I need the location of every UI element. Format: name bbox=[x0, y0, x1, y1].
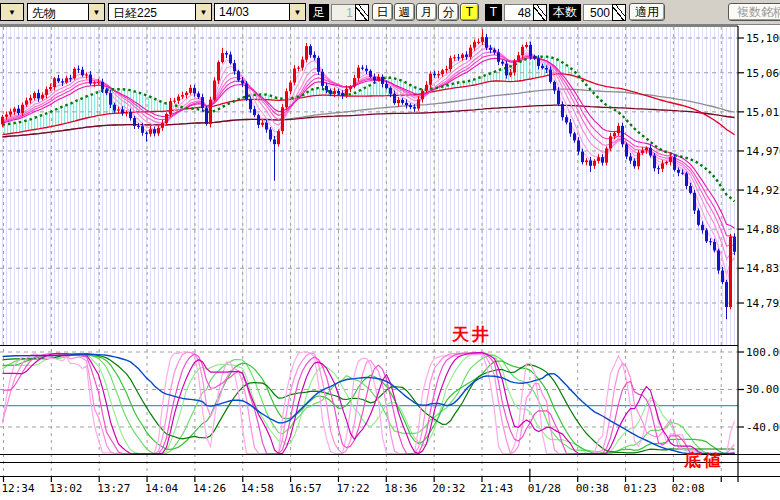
svg-text:14,835: 14,835 bbox=[746, 262, 780, 275]
svg-text:13:27: 13:27 bbox=[97, 482, 130, 495]
apply-button[interactable]: 適用 bbox=[629, 3, 665, 21]
period-month-button[interactable]: 月 bbox=[416, 3, 437, 21]
interval-value: 1 bbox=[331, 4, 355, 21]
market-select[interactable]: 先物 ▼ bbox=[27, 3, 105, 21]
market-select-value: 先物 bbox=[28, 4, 88, 20]
chevron-down-icon[interactable]: ▼ bbox=[1, 4, 23, 20]
period-week-button[interactable]: 週 bbox=[394, 3, 415, 21]
rci-oscillator-lines bbox=[3, 352, 735, 454]
price-axis-labels: 15,10015,06015,01514,97014,92514,88014,8… bbox=[746, 32, 780, 434]
svg-text:30.00: 30.00 bbox=[746, 383, 779, 396]
svg-text:13:02: 13:02 bbox=[49, 482, 82, 495]
toolbar: ▼ 先物 ▼ 日経225 ▼ 14/03 ▼ 足 1 日 週 月 分 T T 4… bbox=[0, 0, 780, 25]
symbol-select[interactable]: 日経225 ▼ bbox=[108, 3, 212, 21]
tick-size-chip: T bbox=[485, 4, 502, 21]
tick-size-stepper[interactable]: 48 bbox=[504, 4, 547, 21]
svg-text:01:23: 01:23 bbox=[624, 482, 657, 495]
left-clipped-combobox[interactable]: ▼ bbox=[0, 3, 24, 21]
svg-text:12:34: 12:34 bbox=[2, 482, 35, 495]
svg-text:17:22: 17:22 bbox=[336, 482, 369, 495]
chevron-down-icon[interactable]: ▼ bbox=[195, 4, 211, 20]
spinner-icon[interactable] bbox=[533, 4, 547, 21]
bar-count-value: 500 bbox=[583, 4, 612, 21]
period-tick-button[interactable]: T bbox=[460, 3, 479, 21]
symbol-select-value: 日経225 bbox=[109, 4, 195, 20]
chart-application-window: 15,10015,06015,01514,97014,92514,88014,8… bbox=[0, 0, 780, 500]
svg-text:14:26: 14:26 bbox=[193, 482, 226, 495]
svg-text:00:38: 00:38 bbox=[576, 482, 609, 495]
chevron-down-icon[interactable]: ▼ bbox=[289, 4, 305, 20]
svg-text:18:36: 18:36 bbox=[384, 482, 417, 495]
svg-text:02:08: 02:08 bbox=[671, 482, 704, 495]
svg-text:21:43: 21:43 bbox=[480, 482, 513, 495]
svg-text:14,880: 14,880 bbox=[746, 223, 780, 236]
svg-text:14,925: 14,925 bbox=[746, 184, 780, 197]
spinner-icon[interactable] bbox=[612, 4, 626, 21]
svg-text:20:32: 20:32 bbox=[432, 482, 465, 495]
svg-text:14:58: 14:58 bbox=[241, 482, 274, 495]
svg-text:-40.00: -40.00 bbox=[746, 421, 780, 434]
bar-count-stepper[interactable]: 500 bbox=[583, 4, 626, 21]
svg-text:15,060: 15,060 bbox=[746, 67, 780, 80]
bottom-annotation: 底値 bbox=[684, 452, 724, 469]
period-day-button[interactable]: 日 bbox=[372, 3, 393, 21]
svg-text:15,100: 15,100 bbox=[746, 32, 780, 45]
svg-text:01/28: 01/28 bbox=[528, 482, 561, 495]
contract-month-value: 14/03 bbox=[215, 4, 289, 20]
tick-size-value: 48 bbox=[504, 4, 533, 21]
svg-text:14,795: 14,795 bbox=[746, 297, 780, 310]
svg-text:14,970: 14,970 bbox=[746, 145, 780, 158]
ceiling-annotation: 天井 bbox=[452, 326, 492, 343]
svg-text:100.00: 100.00 bbox=[746, 346, 780, 359]
period-minute-button[interactable]: 分 bbox=[438, 3, 459, 21]
time-axis-labels: 12:3413:0213:2714:0414:2614:5816:5717:22… bbox=[2, 482, 705, 495]
chevron-down-icon[interactable]: ▼ bbox=[88, 4, 104, 20]
bar-count-chip: 本数 bbox=[549, 4, 581, 21]
interval-stepper[interactable]: 1 bbox=[331, 4, 369, 21]
svg-text:14:04: 14:04 bbox=[145, 482, 178, 495]
svg-text:16:57: 16:57 bbox=[289, 482, 322, 495]
contract-month-select[interactable]: 14/03 ▼ bbox=[214, 3, 306, 21]
bar-type-chip: 足 bbox=[309, 4, 329, 21]
spinner-icon[interactable] bbox=[355, 4, 369, 21]
multi-symbol-button[interactable]: 複数銘柄 bbox=[728, 3, 780, 21]
chart-canvas[interactable]: 15,10015,06015,01514,97014,92514,88014,8… bbox=[0, 0, 780, 500]
svg-text:15,015: 15,015 bbox=[746, 106, 780, 119]
